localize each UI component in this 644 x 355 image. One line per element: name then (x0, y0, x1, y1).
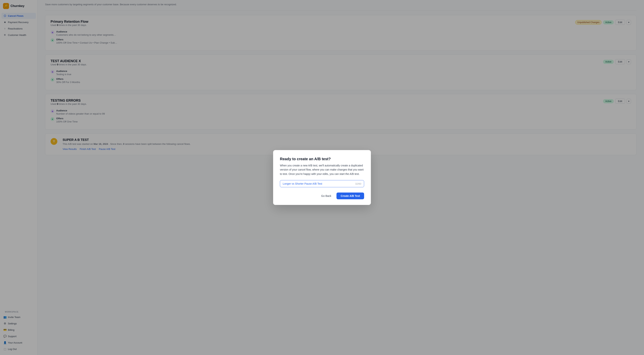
ab-test-name-input[interactable] (283, 182, 355, 185)
modal-title: Ready to create an A/B test? (280, 157, 364, 161)
modal-actions: Go Back Create A/B Test (280, 193, 364, 199)
char-count: 32/60 (355, 182, 361, 185)
ab-test-modal: Ready to create an A/B test? When you cr… (273, 150, 371, 205)
modal-overlay: Ready to create an A/B test? When you cr… (0, 0, 644, 355)
create-ab-test-button[interactable]: Create A/B Test (336, 193, 364, 199)
go-back-button[interactable]: Go Back (318, 193, 334, 199)
modal-description: When you create a new A/B test, we'll au… (280, 163, 364, 176)
modal-input-wrapper: 32/60 (280, 180, 364, 187)
